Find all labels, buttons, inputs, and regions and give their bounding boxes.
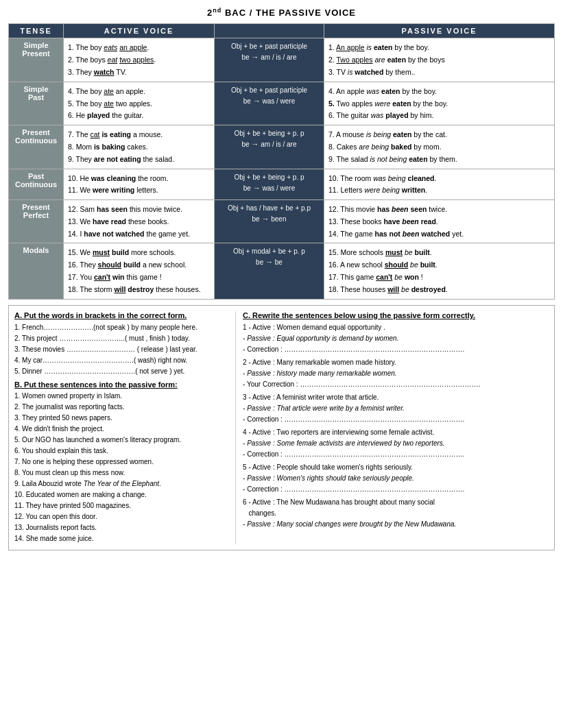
bottom-left: A. Put the words in brackets in the corr… [14,311,236,544]
section-c-item-2: 2 - Active : Many remarkable women made … [243,357,549,390]
header-tense: TENSE [9,24,64,38]
formula-simple-past: Obj + be + past participle be → was / we… [215,82,324,125]
section-a-title: A. Put the words in brackets in the corr… [14,311,230,319]
active-simple-present: 1. The boy eats an apple. 2. The boys ea… [64,38,215,82]
section-c-item-4: 4 - Active : Two reporters are interview… [243,427,549,460]
active-simple-past: 4. The boy ate an apple. 5. The boy ate … [64,82,215,125]
table-row: PastContinuous 10. He was cleaning the r… [9,169,555,200]
section-b-title: B. Put these sentences into the passive … [14,380,230,389]
active-present-continuous: 7. The cat is eating a mouse. 8. Mom is … [64,125,215,169]
passive-simple-present: 1. An apple is eaten by the boy. 2. Two … [324,38,555,82]
table-row: SimplePast 4. The boy ate an apple. 5. T… [9,82,555,125]
formula-past-continuous: Obj + be + being + p. p be → was / were [215,169,324,200]
section-b-item-11: 11. They have printed 500 magazines. [14,500,230,511]
section-c-item-6: 6 - Active : The New Mudawana has brough… [243,497,549,530]
section-b-item-10: 10. Educated women are making a change. [14,489,230,500]
header-formula [215,24,324,38]
table-row: PresentContinuous 7. The cat is eating a… [9,125,555,169]
formula-present-perfect: Obj + has / have + be + p.p be → been [215,200,324,243]
tense-present-perfect: PresentPerfect [9,200,64,243]
section-a-item-5: 5. Dinner ………………………………….( not serve ) ye… [14,366,230,376]
passive-simple-past: 4. An apple was eaten by the boy. 5. Two… [324,82,555,125]
tense-simple-past: SimplePast [9,82,64,125]
section-b-item-9: 9. Laila Abouzid wrote The Year of the E… [14,478,230,489]
section-b-item-2: 2. The journalist was reporting facts. [14,402,230,412]
formula-present-continuous: Obj + be + being + p. p be → am / is / a… [215,125,324,169]
header-passive: PASSIVE VOICE [324,24,555,38]
section-b-item-3: 3. They printed 50 news papers. [14,413,230,423]
table-row: Modals 15. We must build more schools. 1… [9,243,555,299]
passive-present-continuous: 7. A mouse is being eaten by the cat. 8.… [324,125,555,169]
passive-modals: 15. More schools must be built. 16. A ne… [324,243,555,299]
active-present-perfect: 12. Sam has seen this movie twice. 13. W… [64,200,215,243]
section-c-title: C. Rewrite the sentences below using the… [243,311,549,319]
page-title: 2nd BAC / THE PASSIVE VOICE [8,7,555,18]
section-b-item-8: 8. You must clean up this mess now. [14,468,230,478]
header-active: ACTIVE VOICE [64,24,215,38]
section-b-item-1: 1. Women owned property in Islam. [14,391,230,401]
table-row: PresentPerfect 12. Sam has seen this mov… [9,200,555,243]
main-table: TENSE ACTIVE VOICE PASSIVE VOICE SimpleP… [8,23,555,299]
section-a-item-2: 2. This project ………………………..( must , fini… [14,333,230,343]
section-b-item-12: 12. You can open this door. [14,511,230,522]
section-b-item-5: 5. Our NGO has launched a women's litera… [14,435,230,445]
section-a-item-3: 3. These movies ………………………… ( release ) l… [14,344,230,354]
section-c-item-3: 3 - Active : A feminist writer wrote tha… [243,392,549,425]
section-b-item-7: 7. No one is helping these oppressed wom… [14,457,230,467]
tense-modals: Modals [9,243,64,299]
bottom-section: A. Put the words in brackets in the corr… [8,305,555,550]
passive-past-continuous: 10. The room was being cleaned. 11. Lett… [324,169,555,200]
section-b-item-13: 13. Journalists report facts. [14,522,230,533]
section-b-item-14: 14. She made some juice. [14,533,230,544]
active-modals: 15. We must build more schools. 16. They… [64,243,215,299]
formula-modals: Obj + modal + be + p. p be → be [215,243,324,299]
section-c-item-5: 5 - Active : People should take women's … [243,462,549,495]
passive-present-perfect: 12. This movie has been seen twice. 13. … [324,200,555,243]
tense-simple-present: SimplePresent [9,38,64,82]
tense-past-continuous: PastContinuous [9,169,64,200]
section-c-item-1: 1 - Active : Women demand equal opportun… [243,322,549,355]
section-a-item-1: 1. French………………….(not speak ) by many pe… [14,322,230,332]
bottom-right: C. Rewrite the sentences below using the… [243,311,549,544]
section-a-item-4: 4. My car………………………………….( wash) right now… [14,355,230,365]
table-row: SimplePresent 1. The boy eats an apple. … [9,38,555,82]
section-b-item-4: 4. We didn't finish the project. [14,424,230,434]
active-past-continuous: 10. He was cleaning the room. 11. We wer… [64,169,215,200]
section-b-item-6: 6. You should explain this task. [14,446,230,456]
formula-simple-present: Obj + be + past participle be → am / is … [215,38,324,82]
tense-present-continuous: PresentContinuous [9,125,64,169]
